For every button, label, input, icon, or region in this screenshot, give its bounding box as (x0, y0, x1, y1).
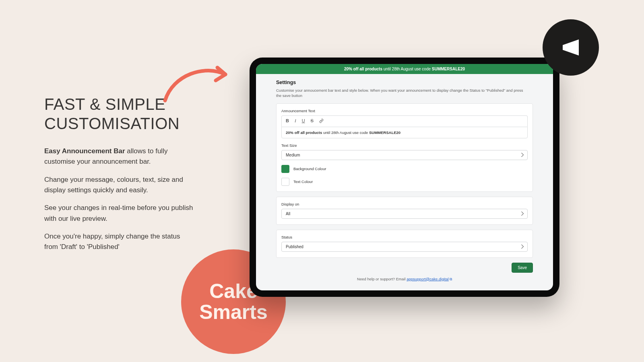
text-size-select[interactable]: Medium (281, 150, 528, 160)
product-name: Easy Announcement Bar (44, 147, 125, 155)
settings-description: Customise your annoucement bar text and … (276, 88, 526, 99)
card-display: Display on All (276, 197, 533, 225)
save-button[interactable]: Save (512, 263, 533, 273)
marketing-paragraph-1: Easy Announcement Bar allows to fully cu… (44, 146, 193, 167)
status-select[interactable]: Published (281, 242, 528, 252)
announcement-strong: 20% off all products (344, 67, 382, 71)
bold-button[interactable]: B (286, 119, 289, 124)
card-content: Announcement Text B I U S 20% off all pr… (276, 103, 533, 192)
underline-button[interactable]: U (302, 119, 305, 124)
cake-line-2: Smarts (199, 302, 268, 323)
marketing-paragraph-3: See your changes in real-time before you… (44, 203, 193, 224)
strikethrough-button[interactable]: S (311, 119, 314, 124)
text-size-label: Text Size (281, 143, 528, 148)
announcement-text-label: Announcement Text (281, 109, 528, 113)
external-link-icon: ⧉ (450, 277, 452, 281)
text-colour-label: Text Colour (293, 179, 313, 184)
editor-mid: until 28th August use code (322, 130, 369, 135)
arrow-icon (161, 64, 237, 105)
card-status: Status Published (276, 230, 533, 258)
settings-title: Settings (276, 80, 533, 85)
text-colour-swatch[interactable] (281, 178, 289, 186)
tablet-frame: 20% off all products until 28th August u… (250, 58, 559, 297)
link-button[interactable] (319, 119, 324, 124)
help-pre: Need help or support? Email (357, 277, 407, 281)
display-on-select[interactable]: All (281, 209, 528, 219)
app-screen: 20% off all products until 28th August u… (256, 64, 553, 290)
background-colour-label: Background Colour (293, 167, 326, 171)
link-icon (319, 119, 324, 123)
display-on-label: Display on (281, 202, 528, 206)
editor-toolbar: B I U S (281, 115, 528, 127)
announcement-code: SUMMERSALE20 (432, 67, 465, 71)
background-colour-swatch[interactable] (281, 165, 289, 173)
marketing-paragraph-4: Once you're happy, simply change the sta… (44, 231, 193, 253)
announcement-bar: 20% off all products until 28th August u… (256, 64, 553, 74)
editor-code: SUMMERSALE20 (369, 130, 400, 135)
megaphone-icon (557, 34, 584, 61)
megaphone-badge (543, 19, 599, 76)
italic-button[interactable]: I (295, 119, 296, 124)
support-email-link[interactable]: appsupport@cake.digital (407, 277, 449, 281)
marketing-paragraph-2: Change your message, colours, text, size… (44, 175, 193, 196)
announcement-mid: until 28th August use code (382, 67, 432, 71)
editor-strong: 20% off all products (286, 130, 322, 135)
help-text: Need help or support? Email appsupport@c… (276, 277, 533, 282)
announcement-editor[interactable]: 20% off all products until 28th August u… (281, 127, 528, 138)
status-label: Status (281, 235, 528, 239)
